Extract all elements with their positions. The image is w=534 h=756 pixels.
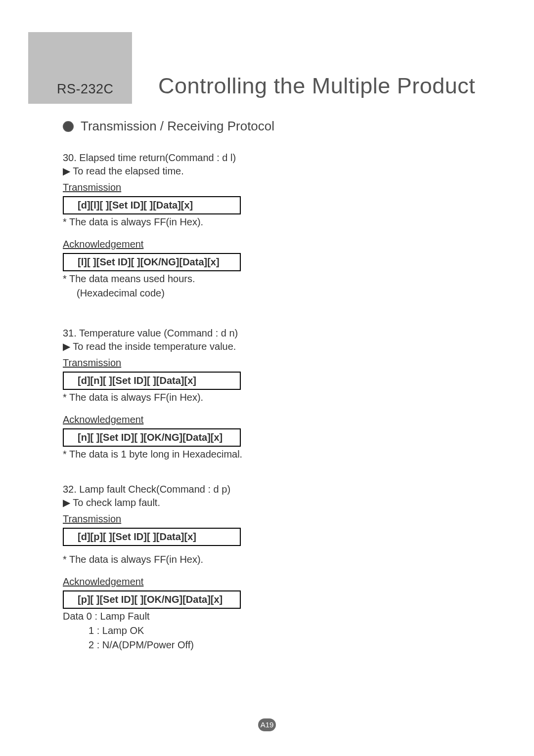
page-number-badge: A19: [258, 718, 276, 731]
header-label: RS-232C: [57, 82, 114, 97]
page: RS-232C Controlling the Multiple Product…: [0, 0, 534, 756]
cmd-32-ack-code: [p][ ][Set ID][ ][OK/NG][Data][x]: [63, 590, 241, 609]
bullet-icon: [63, 121, 74, 132]
cmd-32-tx-note: * The data is always FF(in Hex).: [63, 553, 458, 566]
cmd-30-tx-label: Transmission: [63, 181, 121, 194]
cmd-31-tx-code: [d][n][ ][Set ID][ ][Data][x]: [63, 372, 241, 390]
cmd-32-ack-note1: Data 0 : Lamp Fault: [63, 610, 458, 623]
cmd-32-ack-label: Acknowledgement: [63, 575, 143, 588]
cmd-32-title: 32. Lamp fault Check(Command : d p): [63, 483, 458, 496]
cmd-31-ack-label: Acknowledgement: [63, 413, 143, 426]
cmd-32-ack-note2: 1 : Lamp OK: [89, 624, 458, 637]
cmd-30-ack-label: Acknowledgement: [63, 238, 143, 251]
cmd-32-tx-label: Transmission: [63, 512, 121, 526]
cmd-31-ack-code: [n][ ][Set ID][ ][OK/NG][Data][x]: [63, 428, 241, 447]
cmd-30-tx-note: * The data is always FF(in Hex).: [63, 215, 458, 229]
cmd-30-title: 30. Elapsed time return(Command : d l): [63, 151, 458, 165]
cmd-30-ack-code: [l][ ][Set ID][ ][OK/NG][Data][x]: [63, 253, 241, 271]
cmd-31-title: 31. Temperature value (Command : d n): [63, 327, 458, 340]
cmd-31-desc: To read the inside temperature value.: [63, 340, 458, 353]
section-title: Transmission / Receiving Protocol: [81, 119, 274, 134]
section-header: Transmission / Receiving Protocol: [63, 119, 274, 134]
cmd-30-tx-code: [d][l][ ][Set ID][ ][Data][x]: [63, 196, 241, 214]
cmd-32-tx-code: [d][p][ ][Set ID][ ][Data][x]: [63, 528, 241, 546]
cmd-31-tx-note: * The data is always FF(in Hex).: [63, 391, 458, 404]
cmd-30-ack-note2: (Hexadecimal code): [77, 287, 458, 300]
cmd-31-tx-label: Transmission: [63, 356, 121, 370]
cmd-32-ack-note3: 2 : N/A(DPM/Power Off): [89, 638, 458, 652]
content-area: 30. Elapsed time return(Command : d l) T…: [63, 148, 458, 652]
cmd-30-desc: To read the elapsed time.: [63, 165, 458, 178]
cmd-32-desc: To check lamp fault.: [63, 496, 458, 509]
cmd-30-ack-note1: * The data means used hours.: [63, 272, 458, 286]
header-title: Controlling the Multiple Product: [158, 73, 475, 99]
cmd-31-ack-note1: * The data is 1 byte long in Hexadecimal…: [63, 448, 458, 461]
